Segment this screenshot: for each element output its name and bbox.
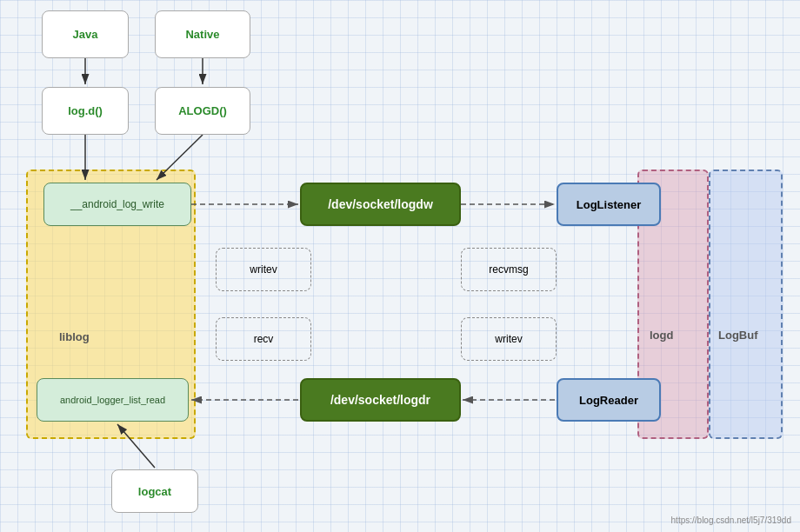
recvmsg-label: recvmsg	[489, 263, 528, 276]
dev-socket-logdw-label: /dev/socket/logdw	[328, 197, 433, 211]
recv-label: recv	[254, 333, 274, 345]
region-logbuf	[709, 170, 783, 439]
java-label: Java	[73, 28, 98, 41]
log-listener-label: LogListener	[577, 198, 641, 211]
java-box: Java	[42, 10, 129, 58]
writev-bottom-label: writev	[495, 333, 522, 345]
writev-top-label: writev	[250, 263, 277, 276]
logcat-label: logcat	[138, 485, 171, 498]
watermark: https://blog.csdn.net/l5j7/319dd	[671, 515, 791, 525]
dev-socket-logdr-label: /dev/socket/logdr	[330, 393, 430, 407]
liblog-label: liblog	[59, 330, 90, 343]
logd-func-label: log.d()	[68, 104, 103, 117]
logd-func-box: log.d()	[42, 87, 129, 135]
diagram-container: liblog logd LogBuf Java	[0, 0, 800, 532]
dev-socket-logdr-box: /dev/socket/logdr	[300, 378, 461, 422]
android-logger-list-read-box: android_logger_list_read	[37, 378, 189, 422]
log-reader-label: LogReader	[579, 394, 638, 407]
writev-top-box: writev	[216, 248, 311, 291]
alogd-box: ALOGD()	[155, 87, 250, 135]
logcat-box: logcat	[111, 469, 198, 513]
android-log-write-box: __android_log_write	[43, 183, 191, 226]
native-box: Native	[155, 10, 250, 58]
native-label: Native	[185, 28, 219, 41]
recv-box: recv	[216, 317, 311, 361]
recvmsg-box: recvmsg	[461, 248, 557, 291]
android-log-write-label: __android_log_write	[70, 198, 164, 210]
alogd-label: ALOGD()	[178, 104, 227, 117]
logbuf-label: LogBuf	[718, 329, 757, 342]
android-logger-list-read-label: android_logger_list_read	[60, 395, 165, 405]
dev-socket-logdw-box: /dev/socket/logdw	[300, 183, 461, 226]
log-reader-box: LogReader	[557, 378, 661, 422]
log-listener-box: LogListener	[557, 183, 661, 226]
logd-label: logd	[650, 329, 673, 342]
writev-bottom-box: writev	[461, 317, 557, 361]
